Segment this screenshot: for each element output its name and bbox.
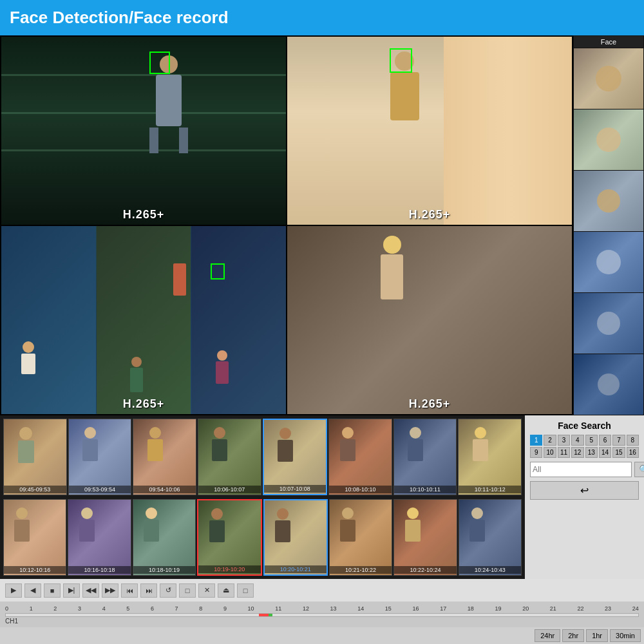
- thumb-10:07[interactable]: 10:07-10:08: [263, 419, 328, 495]
- timeline-event-green: [269, 614, 272, 616]
- thumb-time-8: 10:11-10:12: [459, 486, 521, 493]
- thumb-10:06[interactable]: 10:06-10:07: [198, 419, 261, 495]
- fast-forward-button[interactable]: ▶▶: [102, 583, 118, 598]
- channel-9[interactable]: 9: [530, 447, 542, 458]
- thumb-time-11: 10:18-10:19: [133, 566, 195, 574]
- timeline-event-red: [259, 614, 269, 616]
- thumb-10:08[interactable]: 10:08-10:10: [328, 419, 392, 495]
- channel-5[interactable]: 5: [585, 435, 598, 446]
- thumb-time-12: 10:19-10:20: [198, 565, 260, 573]
- face-thumb-1: [574, 48, 643, 109]
- thumb-time-14: 10:21-10:22: [330, 566, 392, 574]
- thumb-time-10: 10:16-10:18: [68, 566, 130, 574]
- face-thumb-6: [574, 354, 643, 415]
- face-thumb-2: [574, 109, 643, 170]
- face-thumb-5: [574, 293, 643, 354]
- thumb-time-13: 10:20-10:21: [265, 565, 327, 573]
- channel-8[interactable]: 8: [627, 435, 639, 446]
- thumb-10:19[interactable]: 10:19-10:20: [197, 499, 261, 576]
- channel-14[interactable]: 14: [599, 447, 611, 458]
- thumb-time-16: 10:24-10:43: [459, 566, 521, 574]
- channel-10[interactable]: 10: [544, 447, 556, 458]
- channel-11[interactable]: 11: [558, 447, 570, 458]
- thumbnail-row-1: 09:45-09:53 09:53-09:54 09:54-10:06: [2, 417, 523, 497]
- thumb-time-7: 10:10-10:11: [394, 486, 457, 493]
- thumbnail-row-2: 10:12-10:16 10:16-10:18 10:18-10:19: [2, 498, 523, 577]
- face-thumb-3: [574, 171, 643, 231]
- skip-end-button[interactable]: ⏭: [140, 583, 157, 598]
- close-button[interactable]: ✕: [198, 583, 215, 598]
- face-detection-box-3: [211, 263, 225, 279]
- header-bar: Face Detection/Face record: [0, 0, 644, 35]
- 2hr-button[interactable]: 2hr: [562, 629, 584, 642]
- face-search-title: Face Search: [530, 421, 639, 431]
- thumb-time-5: 10:07-10:08: [264, 485, 327, 493]
- eject-button[interactable]: ⏏: [218, 583, 234, 598]
- thumb-09:45[interactable]: 09:45-09:53: [3, 419, 67, 495]
- bottom-section: 09:45-09:53 09:53-09:54 09:54-10:06: [0, 415, 644, 644]
- thumb-10:20[interactable]: 10:20-10:21: [263, 499, 328, 576]
- camera-grid: H.265+ H.265+: [0, 35, 573, 415]
- loop-button[interactable]: ↺: [160, 583, 176, 598]
- search-input-row: 🔍: [530, 462, 639, 477]
- thumb-time-9: 10:12-10:16: [4, 566, 66, 574]
- cam2-label: H.265+: [409, 208, 451, 222]
- channel-6[interactable]: 6: [599, 435, 611, 446]
- thumb-time-4: 10:06-10:07: [198, 486, 261, 493]
- camera-2: H.265+: [287, 37, 572, 225]
- thumb-09:54[interactable]: 09:54-10:06: [133, 419, 196, 495]
- face-thumb-4: [574, 232, 643, 292]
- cam1-label: H.265+: [123, 208, 165, 222]
- thumb-10:12[interactable]: 10:12-10:16: [3, 499, 66, 576]
- channel-2[interactable]: 2: [544, 435, 556, 446]
- play-button[interactable]: ▶: [5, 583, 22, 598]
- thumb-10:21[interactable]: 10:21-10:22: [329, 499, 392, 576]
- face-panel: Face: [573, 35, 644, 415]
- channel-12[interactable]: 12: [571, 447, 583, 458]
- channel-13[interactable]: 13: [585, 447, 598, 458]
- thumb-time-15: 10:22-10:24: [394, 566, 456, 574]
- channel-7[interactable]: 7: [612, 435, 625, 446]
- thumb-10:24[interactable]: 10:24-10:43: [459, 499, 522, 576]
- timeline-track[interactable]: [5, 613, 639, 617]
- search-button[interactable]: 🔍: [634, 462, 644, 477]
- timeline-numbers: 0 1 2 3 4 5 6 7 8 9 10 11 12 13 14 15 16…: [5, 604, 639, 613]
- channel-grid: 1 2 3 4 5 6 7 8 9 10 11 12 13 14 15 16: [530, 435, 639, 458]
- camera-1: H.265+: [1, 37, 286, 225]
- search-input[interactable]: [530, 462, 632, 477]
- page-title: Face Detection/Face record: [10, 8, 229, 28]
- camera-3: H.265+: [1, 226, 286, 414]
- thumb-time-2: 09:53-09:54: [69, 486, 131, 493]
- cam4-label: H.265+: [409, 397, 451, 411]
- channel-4[interactable]: 4: [571, 435, 583, 446]
- channel-3[interactable]: 3: [558, 435, 570, 446]
- channel-1[interactable]: 1: [530, 435, 542, 446]
- fullscreen-button[interactable]: □: [237, 583, 254, 598]
- time-buttons-row: 24hr 2hr 1hr 30min: [0, 627, 644, 644]
- thumb-10:11[interactable]: 10:11-10:12: [458, 419, 522, 495]
- 24hr-button[interactable]: 24hr: [535, 629, 560, 642]
- camera-4: H.265+: [287, 226, 572, 414]
- cam3-label: H.265+: [123, 397, 165, 411]
- skip-start-button[interactable]: ⏮: [121, 583, 138, 598]
- 1hr-button[interactable]: 1hr: [586, 629, 608, 642]
- thumb-09:53[interactable]: 09:53-09:54: [68, 419, 132, 495]
- action-button[interactable]: ↩: [530, 481, 639, 500]
- reverse-button[interactable]: ◀: [24, 583, 41, 598]
- thumb-10:18[interactable]: 10:18-10:19: [133, 499, 196, 576]
- middle-strip: 09:45-09:53 09:53-09:54 09:54-10:06: [0, 415, 644, 579]
- face-panel-label: Face: [574, 36, 643, 48]
- main-grid: H.265+ H.265+: [0, 35, 644, 415]
- stop-button[interactable]: ■: [44, 583, 61, 598]
- thumbnails-container: 09:45-09:53 09:53-09:54 09:54-10:06: [0, 415, 525, 579]
- thumb-10:22[interactable]: 10:22-10:24: [393, 499, 457, 576]
- channel-15[interactable]: 15: [612, 447, 625, 458]
- fast-rewind-button[interactable]: ◀◀: [82, 583, 99, 598]
- channel-16[interactable]: 16: [627, 447, 639, 458]
- step-forward-button[interactable]: ▶|: [63, 583, 80, 598]
- snapshot-button[interactable]: □: [179, 583, 196, 598]
- thumb-10:10[interactable]: 10:10-10:11: [393, 419, 457, 495]
- 30min-button[interactable]: 30min: [610, 629, 641, 642]
- thumb-time-6: 10:08-10:10: [329, 486, 392, 493]
- thumb-10:16[interactable]: 10:16-10:18: [68, 499, 131, 576]
